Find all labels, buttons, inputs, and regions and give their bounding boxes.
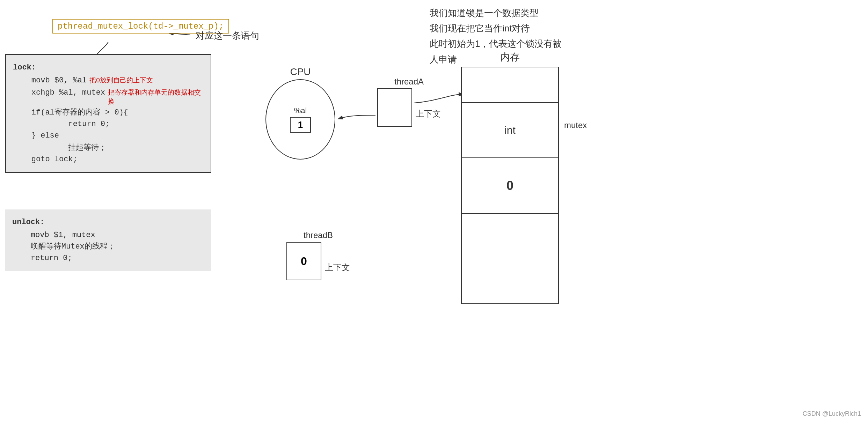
threadA-label: threadA xyxy=(377,77,441,87)
cpu-label: CPU xyxy=(265,66,335,77)
annotation-text: 对应这一条语句 xyxy=(196,30,259,42)
threadB-register-value: 0 xyxy=(301,255,307,268)
memory-int-label: int xyxy=(504,124,516,136)
unlock-block: unlock: movb $1, mutex 唤醒等待Mutex的线程； ret… xyxy=(5,209,211,271)
cpu-container: CPU %al 1 xyxy=(265,66,335,160)
memory-container: 内存 int 0 xyxy=(461,51,559,304)
right-line-1: 我们知道锁是一个数据类型 xyxy=(430,5,562,21)
threadB-context-label: 上下文 xyxy=(325,262,350,273)
right-line-2: 我们现在把它当作int对待 xyxy=(430,21,562,36)
threadA-context-label: 上下文 xyxy=(416,108,441,119)
memory-label: 内存 xyxy=(461,51,559,64)
unlock-line-2: 唤醒等待Mutex的线程； xyxy=(12,241,204,252)
code-line-3: if(al寄存器的内容 > 0){ xyxy=(13,107,204,118)
code-block-lock: lock: movb $0, %al 把0放到自己的上下文 xchgb %al,… xyxy=(5,54,211,173)
register-label: %al xyxy=(294,106,307,115)
unlock-line-3: return 0; xyxy=(12,252,204,264)
threadA-container: threadA 上下文 xyxy=(377,77,441,127)
memory-int-section: int xyxy=(462,102,558,158)
code-line-6: 挂起等待； xyxy=(13,142,204,154)
code-line-4: return 0; xyxy=(13,118,204,130)
memory-zero-value: 0 xyxy=(506,178,513,193)
right-line-3: 此时初始为1，代表这个锁没有被 xyxy=(430,36,562,51)
code-line-7: goto lock; xyxy=(13,154,204,165)
threadA-context-box xyxy=(377,88,412,127)
threadB-label: threadB xyxy=(286,230,350,240)
mutex-label: mutex xyxy=(564,120,587,130)
unlock-label: unlock: xyxy=(12,216,204,228)
code-line-2: xchgb %al, mutex xyxy=(13,87,105,98)
cpu-ellipse: %al 1 xyxy=(265,79,335,160)
threadB-container: threadB 0 上下文 xyxy=(286,230,350,280)
memory-box: int 0 xyxy=(461,67,559,304)
comment-1: 把0放到自己的上下文 xyxy=(89,76,153,85)
footer: CSDN @LuckyRich1 xyxy=(803,410,861,418)
unlock-line-1: movb $1, mutex xyxy=(12,229,204,241)
code-line-1: movb $0, %al xyxy=(13,75,87,86)
lock-label: lock: xyxy=(13,62,204,73)
register-box: 1 xyxy=(290,117,311,133)
code-line-5: } else xyxy=(13,130,204,141)
memory-zero-section: 0 xyxy=(462,158,558,214)
comment-2: 把寄存器和内存单元的数据相交换 xyxy=(108,88,204,106)
